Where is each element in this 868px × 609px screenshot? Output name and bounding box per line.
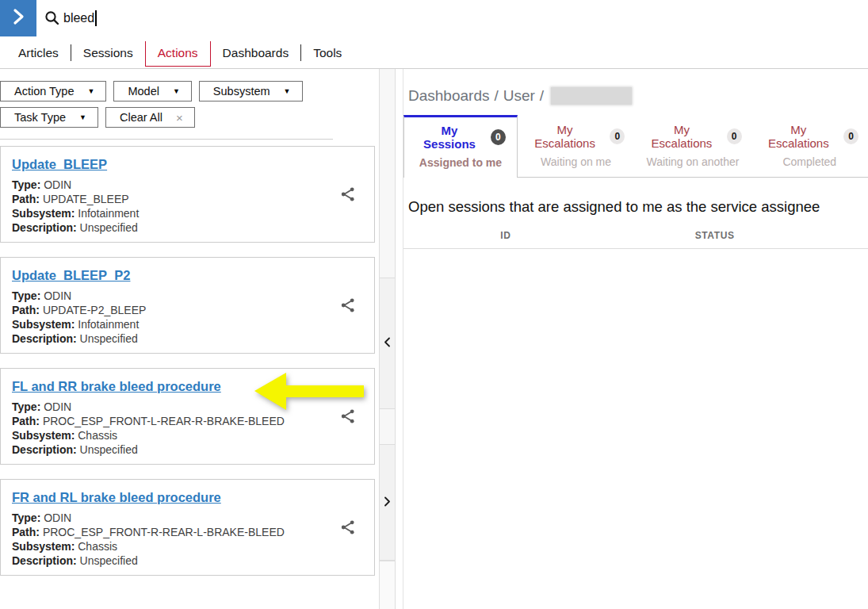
breadcrumb-dashboards[interactable]: Dashboards <box>408 87 489 105</box>
count-badge: 0 <box>727 128 742 144</box>
share-icon[interactable] <box>339 408 357 425</box>
search-input-value: bleed <box>63 11 94 25</box>
text-caret <box>95 10 97 26</box>
filter-model[interactable]: Model ▼ <box>113 81 191 102</box>
dropdown-arrow-icon: ▼ <box>284 87 291 95</box>
collapse-left-panel-button[interactable] <box>380 278 395 409</box>
result-link[interactable]: Update_BLEEP <box>12 157 107 172</box>
dashboard-tab-bar: My Sessions 0 Assigned to me My Escalati… <box>403 115 868 178</box>
tab-my-escalations-completed[interactable]: My Escalations 0 Completed <box>751 115 868 178</box>
dashboard-panel: Dashboards / User / My Sessions 0 Assign… <box>403 69 868 609</box>
breadcrumb-user[interactable]: User <box>503 87 535 105</box>
breadcrumb-separator: / <box>540 87 544 105</box>
tab-my-escalations-waiting-on-another[interactable]: My Escalations 0 Waiting on another <box>634 115 751 178</box>
tab-my-escalations-waiting-on-me[interactable]: My Escalations 0 Waiting on me <box>518 115 634 178</box>
sidebar-expand-button[interactable] <box>0 0 36 36</box>
breadcrumb: Dashboards / User / <box>408 87 868 105</box>
clear-icon[interactable]: × <box>176 112 183 124</box>
search-results-panel: Action Type ▼ Model ▼ Subsystem ▼ Task T… <box>0 69 376 609</box>
chevron-left-icon <box>384 336 391 350</box>
dropdown-arrow-icon: ▼ <box>79 113 86 121</box>
column-header-id: ID <box>403 230 608 241</box>
filter-task-type[interactable]: Task Type ▼ <box>0 107 98 128</box>
share-icon[interactable] <box>339 519 357 536</box>
filter-subsystem[interactable]: Subsystem ▼ <box>199 81 303 102</box>
clear-all-button[interactable]: Clear All × <box>105 107 195 128</box>
search-input[interactable]: bleed <box>63 9 238 28</box>
breadcrumb-separator: / <box>494 87 498 105</box>
result-card: FL and RR brake bleed procedure Type: OD… <box>0 368 375 465</box>
tab-dashboards[interactable]: Dashboards <box>211 41 301 67</box>
chevron-right-icon <box>9 7 28 29</box>
sessions-table-header: ID STATUS <box>403 230 868 249</box>
result-card: Update_BLEEP Type: ODIN Path: UPDATE_BLE… <box>0 146 375 243</box>
count-badge: 0 <box>843 128 858 144</box>
result-card: Update_BLEEP_P2 Type: ODIN Path: UPDATE-… <box>0 257 375 354</box>
count-badge: 0 <box>610 128 625 144</box>
result-link[interactable]: Update_BLEEP_P2 <box>12 268 130 283</box>
filter-bar: Action Type ▼ Model ▼ Subsystem ▼ Task T… <box>0 69 333 140</box>
column-header-status: STATUS <box>608 230 822 241</box>
share-icon[interactable] <box>339 297 357 314</box>
tab-sessions[interactable]: Sessions <box>71 41 145 67</box>
tab-articles[interactable]: Articles <box>6 41 71 67</box>
share-icon[interactable] <box>339 186 357 203</box>
result-card: FR and RL brake bleed procedure Type: OD… <box>0 479 375 576</box>
dashboard-heading: Open sessions that are assigned to me as… <box>408 198 868 216</box>
expand-right-panel-button[interactable] <box>380 444 395 561</box>
main-nav: Articles Sessions Actions Dashboards Too… <box>6 41 354 67</box>
count-badge: 0 <box>491 129 506 145</box>
tab-my-sessions[interactable]: My Sessions 0 Assigned to me <box>403 115 518 178</box>
filter-action-type[interactable]: Action Type ▼ <box>0 81 106 102</box>
tab-tools[interactable]: Tools <box>301 41 354 67</box>
dropdown-arrow-icon: ▼ <box>88 87 95 95</box>
redacted-username <box>551 87 632 105</box>
chevron-right-icon <box>384 496 391 510</box>
result-link[interactable]: FR and RL brake bleed procedure <box>12 490 221 505</box>
dropdown-arrow-icon: ▼ <box>173 87 180 95</box>
tab-actions[interactable]: Actions <box>145 41 211 67</box>
results-list: Update_BLEEP Type: ODIN Path: UPDATE_BLE… <box>0 140 376 576</box>
result-link[interactable]: FL and RR brake bleed procedure <box>12 379 221 394</box>
search-icon <box>44 10 59 29</box>
panel-resize-strip <box>379 69 396 609</box>
strip-segment <box>380 561 395 609</box>
